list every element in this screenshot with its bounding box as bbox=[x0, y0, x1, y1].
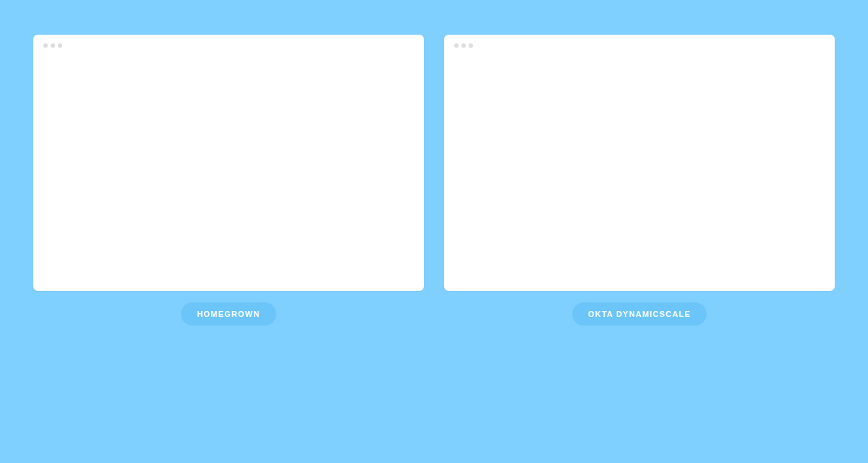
window-okta bbox=[444, 35, 835, 291]
window-dot-icon bbox=[58, 43, 62, 48]
panel-okta: OKTA DYNAMICSCALE bbox=[444, 35, 835, 326]
window-dot-icon bbox=[43, 43, 48, 48]
window-homegrown bbox=[33, 35, 424, 291]
window-controls-icon bbox=[43, 43, 62, 48]
panel-homegrown: HOMEGROWN bbox=[33, 35, 424, 326]
window-dot-icon bbox=[454, 43, 459, 48]
window-controls-icon bbox=[454, 43, 473, 48]
label-homegrown: HOMEGROWN bbox=[181, 302, 276, 326]
comparison-container: HOMEGROWN OKTA DYNAMICSCALE bbox=[0, 0, 868, 326]
window-dot-icon bbox=[461, 43, 466, 48]
window-dot-icon bbox=[469, 43, 473, 48]
label-okta: OKTA DYNAMICSCALE bbox=[572, 302, 707, 326]
window-dot-icon bbox=[51, 43, 55, 48]
